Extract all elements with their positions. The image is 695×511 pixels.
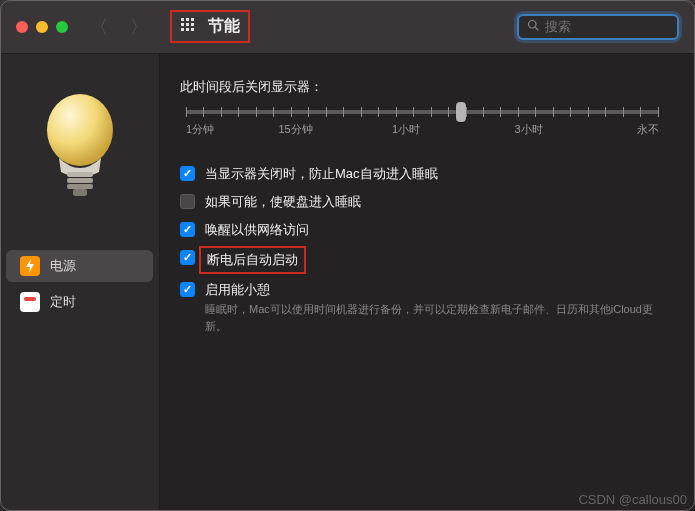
option-label: 唤醒以供网络访问 [205, 221, 309, 239]
svg-line-10 [535, 27, 538, 30]
svg-rect-4 [186, 23, 189, 26]
checkbox-icon[interactable] [180, 166, 195, 181]
svg-rect-17 [24, 297, 36, 301]
svg-rect-13 [67, 178, 93, 183]
sidebar-item-label: 定时 [50, 293, 76, 311]
sidebar-item-schedule[interactable]: 定时 [6, 286, 153, 318]
slider-thumb[interactable] [456, 102, 466, 122]
display-sleep-label: 此时间段后关闭显示器： [180, 78, 665, 96]
highlight-red-box: 断电后自动启动 [199, 246, 306, 274]
checkbox-icon[interactable] [180, 282, 195, 297]
maximize-window-button[interactable] [56, 21, 68, 33]
checkbox-icon[interactable] [180, 222, 195, 237]
pane-title: 节能 [208, 16, 240, 37]
svg-rect-2 [191, 18, 194, 21]
nav-arrows: 〈 〉 [90, 15, 148, 39]
watermark: CSDN @callous00 [578, 492, 687, 507]
svg-rect-6 [181, 28, 184, 31]
slider-tick-labels: 1分钟 15分钟 1小时 3小时 永不 [186, 122, 659, 137]
svg-point-9 [529, 21, 537, 29]
sidebar: 电源 定时 [0, 54, 160, 511]
option-wake-network[interactable]: 唤醒以供网络访问 [180, 221, 665, 239]
back-arrow-icon[interactable]: 〈 [90, 15, 108, 39]
sidebar-item-label: 电源 [50, 257, 76, 275]
search-field[interactable] [517, 14, 679, 40]
display-sleep-slider[interactable]: 1分钟 15分钟 1小时 3小时 永不 [180, 110, 665, 141]
close-window-button[interactable] [16, 21, 28, 33]
svg-rect-5 [191, 23, 194, 26]
option-restart-after-power-failure[interactable]: 断电后自动启动 [180, 249, 665, 271]
option-label: 启用能小憩 [205, 281, 270, 299]
svg-rect-1 [186, 18, 189, 21]
calendar-icon [20, 292, 40, 312]
search-icon [527, 19, 539, 34]
option-prevent-sleep[interactable]: 当显示器关闭时，防止Mac自动进入睡眠 [180, 165, 665, 183]
svg-rect-12 [67, 172, 93, 177]
svg-rect-8 [191, 28, 194, 31]
option-label: 如果可能，使硬盘进入睡眠 [205, 193, 361, 211]
forward-arrow-icon[interactable]: 〉 [130, 15, 148, 39]
option-disk-sleep[interactable]: 如果可能，使硬盘进入睡眠 [180, 193, 665, 211]
title-block-highlight: 节能 [170, 10, 250, 43]
svg-rect-14 [67, 184, 93, 189]
show-all-grid-icon[interactable] [180, 17, 196, 36]
svg-point-11 [47, 94, 113, 166]
power-nap-hint: 睡眠时，Mac可以使用时间机器进行备份，并可以定期检查新电子邮件、日历和其他iC… [205, 301, 665, 334]
option-label: 当显示器关闭时，防止Mac自动进入睡眠 [205, 165, 438, 183]
svg-rect-0 [181, 18, 184, 21]
bolt-icon [20, 256, 40, 276]
svg-rect-3 [181, 23, 184, 26]
svg-rect-7 [186, 28, 189, 31]
energy-saver-icon [0, 70, 159, 250]
option-label: 断电后自动启动 [207, 252, 298, 267]
sidebar-item-power[interactable]: 电源 [6, 250, 153, 282]
checkbox-icon[interactable] [180, 194, 195, 209]
traffic-lights [16, 21, 68, 33]
minimize-window-button[interactable] [36, 21, 48, 33]
options-list: 当显示器关闭时，防止Mac自动进入睡眠 如果可能，使硬盘进入睡眠 唤醒以供网络访… [180, 165, 665, 334]
titlebar: 〈 〉 节能 [0, 0, 695, 54]
main-panel: 此时间段后关闭显示器： 1分钟 15分钟 1小时 3小时 永不 当显示器关闭时，… [160, 54, 695, 511]
svg-rect-15 [73, 189, 87, 196]
search-input[interactable] [545, 19, 669, 34]
option-power-nap[interactable]: 启用能小憩 [180, 281, 665, 299]
checkbox-icon[interactable] [180, 250, 195, 265]
